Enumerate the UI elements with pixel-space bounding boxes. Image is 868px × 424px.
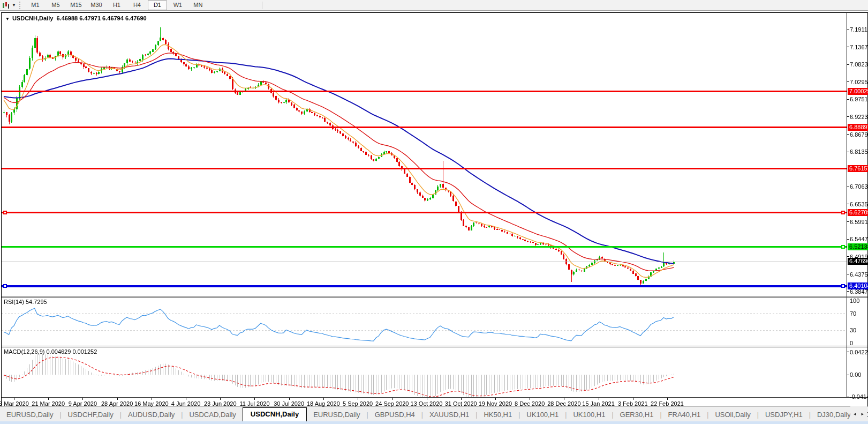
date-tick-label: 21 Mar 2020 — [32, 400, 65, 407]
horizontal-level-line[interactable] — [2, 246, 847, 248]
price-tick — [847, 29, 849, 29]
price-tick-label: 6.54470 — [850, 236, 868, 242]
horizontal-level-line[interactable] — [2, 127, 847, 128]
price-tick — [847, 274, 849, 274]
chart-canvas[interactable] — [2, 13, 867, 407]
date-tick-label: 3 Feb 2021 — [618, 400, 648, 407]
horizontal-level-line[interactable] — [2, 168, 847, 169]
macd-pane-divider[interactable] — [2, 346, 867, 347]
rsi-tick-label: 30 — [850, 327, 856, 333]
line-right-handle[interactable] — [841, 211, 845, 214]
chart-window: ▼USDCNH,Daily 6.46988 6.47971 6.46794 6.… — [1, 12, 868, 407]
line-right-handle[interactable] — [841, 284, 845, 288]
price-tick-label: 6.70630 — [850, 183, 868, 190]
date-tick-label: 22 Feb 2021 — [651, 400, 684, 407]
date-tick — [461, 398, 462, 400]
date-tick-label: 9 Apr 2020 — [69, 400, 97, 407]
rsi-label: RSI(14) 54.7295 — [4, 299, 47, 305]
date-tick — [289, 398, 290, 400]
macd-tick — [847, 352, 849, 352]
chart-tab-audusddaily[interactable]: AUDUSD,Daily — [122, 408, 181, 422]
timeframe-button-h4[interactable]: H4 — [127, 0, 147, 10]
timeframe-button-h1[interactable]: H1 — [107, 0, 126, 10]
chart-tab-hk50h1[interactable]: HK50,H1 — [477, 408, 518, 422]
rsi-pane-divider[interactable] — [2, 296, 867, 297]
symbol-tab-bar: EURUSD,Daily|USDCHF,Daily|AUDUSD,Daily|U… — [0, 406, 868, 422]
chart-tab-gbpusdh4[interactable]: GBPUSD,H4 — [368, 408, 421, 422]
price-tick — [847, 81, 849, 82]
chart-tab-ger30h1[interactable]: GER30,H1 — [614, 408, 660, 422]
tab-scroll-arrows: ◂ ▸ — [850, 406, 867, 421]
timeframe-button-w1[interactable]: W1 — [168, 0, 187, 10]
timeframe-buttons: M1M5M15M30H1H4D1W1MN — [25, 0, 208, 10]
toolbar-drag-grip[interactable] — [19, 2, 22, 9]
date-tick — [186, 398, 186, 400]
price-tick — [847, 116, 849, 117]
chart-tab-usdchfdaily[interactable]: USDCHF,Daily — [62, 408, 120, 422]
level-price-badge: 6.40104 — [848, 282, 868, 289]
price-tick-label: 7.08230 — [850, 61, 868, 68]
date-tick — [14, 398, 14, 400]
horizontal-level-line[interactable] — [2, 91, 847, 92]
price-tick-label: 6.97510 — [850, 96, 868, 102]
rsi-tick-label: 100 — [850, 297, 859, 304]
date-tick — [667, 398, 668, 400]
horizontal-level-line[interactable] — [2, 212, 847, 213]
price-tick — [847, 187, 849, 187]
chart-tab-eurusddaily[interactable]: EURUSD,Daily — [0, 408, 59, 422]
line-left-handle[interactable] — [3, 284, 7, 288]
date-tick-label: 31 Oct 2020 — [445, 400, 477, 407]
line-left-handle[interactable] — [3, 211, 7, 214]
macd-tick — [847, 397, 849, 397]
chart-tab-eurusddaily[interactable]: EURUSD,Daily — [307, 408, 366, 422]
chart-tab-usdcnhdaily[interactable]: USDCNH,Daily — [243, 407, 307, 422]
level-price-badge: 6.76157 — [848, 165, 868, 172]
date-tick — [82, 398, 83, 400]
date-tick-label: 18 Aug 2020 — [307, 400, 340, 407]
timeframe-button-mn[interactable]: MN — [188, 0, 208, 10]
macd-tick-label: -0.04148 — [850, 393, 868, 400]
chart-tab-xauusdh1[interactable]: XAUUSD,H1 — [423, 408, 475, 422]
timeframe-button-m30[interactable]: M30 — [87, 0, 106, 10]
price-tick-label: 6.92230 — [850, 114, 868, 120]
chart-tab-usoildaily[interactable]: USOil,Daily — [708, 408, 757, 422]
date-tick-label: 28 Apr 2020 — [101, 400, 133, 407]
price-tick — [847, 152, 849, 152]
horizontal-level-line[interactable] — [2, 285, 847, 287]
timeframe-toolbar: ▼ M1M5M15M30H1H4D1W1MN — [0, 0, 868, 11]
chart-symbol: USDCNH,Daily — [12, 15, 53, 21]
date-tick — [633, 398, 633, 400]
date-tick-label: 24 Sep 2020 — [375, 400, 409, 407]
chart-tab-usdcaddaily[interactable]: USDCAD,Daily — [183, 408, 242, 422]
macd-tick-label: 0.00 — [850, 371, 861, 378]
bottom-strip — [0, 421, 868, 424]
mt4-terminal: { "toolbar": { "chart_mode_icon": "chart… — [0, 0, 868, 424]
macd-label: MACD(12,26,9) 0.004629 0.001252 — [4, 348, 97, 355]
chart-tab-fra40h1[interactable]: FRA40,H1 — [662, 408, 707, 422]
tab-scroll-right-icon[interactable]: ▸ — [861, 411, 864, 416]
chart-tab-uk100h1[interactable]: UK100,H1 — [567, 408, 612, 422]
price-tick-label: 6.65350 — [850, 201, 868, 207]
date-tick-label: 28 Dec 2020 — [547, 400, 580, 407]
chart-type-icon[interactable] — [2, 2, 10, 9]
date-tick — [564, 398, 564, 400]
date-tick-label: 8 Dec 2020 — [515, 400, 545, 407]
timeframe-button-m15[interactable]: M15 — [66, 0, 86, 10]
timeframe-button-m1[interactable]: M1 — [26, 0, 45, 10]
date-axis-divider — [2, 397, 867, 398]
chevron-down-icon[interactable]: ▼ — [12, 3, 16, 8]
date-tick — [220, 398, 221, 400]
chart-tab-uk100h1[interactable]: UK100,H1 — [520, 408, 565, 422]
date-tick-label: 15 Jan 2021 — [582, 400, 615, 407]
collapse-arrow-icon[interactable]: ▼ — [5, 17, 10, 21]
line-right-handle[interactable] — [841, 245, 845, 249]
timeframe-button-m5[interactable]: M5 — [46, 0, 65, 10]
tab-scroll-left-icon[interactable]: ◂ — [854, 411, 856, 416]
date-tick-label: 23 Jun 2020 — [204, 400, 237, 407]
price-tick — [847, 99, 849, 100]
chart-tab-usdjpyh1[interactable]: USDJPY,H1 — [759, 408, 809, 422]
timeframe-button-d1[interactable]: D1 — [148, 0, 167, 10]
date-tick — [427, 398, 427, 400]
price-tick-label: 6.81350 — [850, 148, 868, 155]
date-tick — [599, 398, 599, 400]
